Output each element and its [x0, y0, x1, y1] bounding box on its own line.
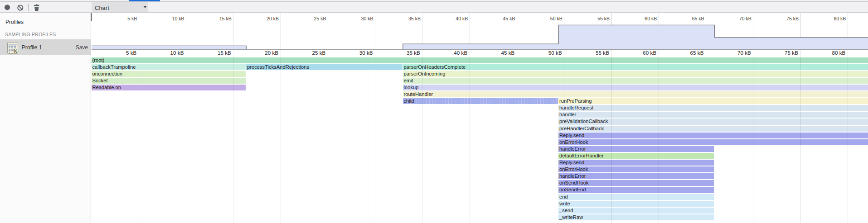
svg-text:%: %	[14, 49, 18, 54]
